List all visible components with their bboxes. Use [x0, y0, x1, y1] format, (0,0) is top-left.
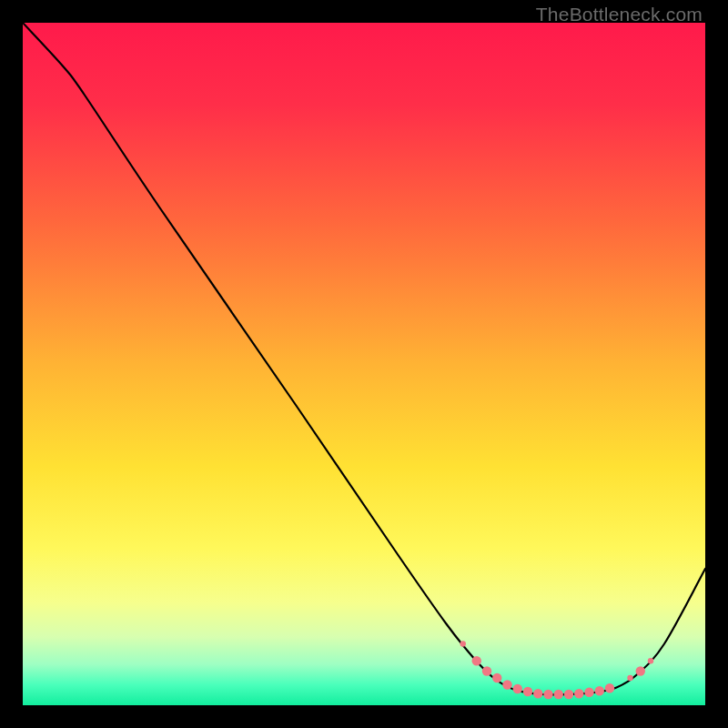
gradient-background	[23, 23, 705, 705]
data-marker	[543, 690, 552, 699]
data-marker	[595, 686, 604, 695]
data-marker	[605, 683, 614, 693]
data-marker	[460, 641, 466, 646]
data-marker	[533, 689, 542, 698]
data-marker	[636, 666, 645, 675]
data-marker	[584, 688, 593, 697]
data-marker	[648, 658, 653, 663]
data-marker	[482, 666, 491, 675]
data-marker	[502, 680, 511, 689]
chart-frame	[23, 23, 705, 705]
data-marker	[523, 687, 532, 696]
data-marker	[513, 684, 522, 693]
data-marker	[492, 673, 501, 682]
data-marker	[554, 690, 563, 699]
data-marker	[574, 689, 583, 698]
data-marker	[472, 656, 481, 665]
data-marker	[627, 675, 632, 681]
bottleneck-chart	[23, 23, 705, 705]
data-marker	[564, 690, 573, 699]
